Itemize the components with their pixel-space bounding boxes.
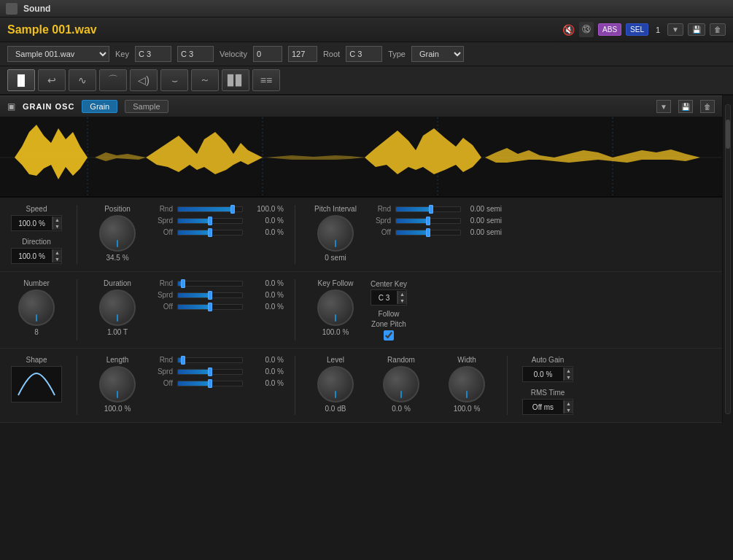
level-value: 0.0 dB (325, 405, 346, 413)
direction-up[interactable]: ▲ (53, 249, 61, 256)
key2-input[interactable] (177, 46, 214, 62)
position-sprd-value: 0.0 % (247, 217, 284, 225)
grain-tab[interactable]: Grain (82, 100, 117, 113)
toolbar-btn-1[interactable]: ▐▌ (7, 69, 35, 91)
key-label: Key (115, 50, 129, 58)
delete-button[interactable]: 🗑 (710, 23, 726, 36)
right-scrollbar[interactable] (722, 96, 733, 423)
sample-tab[interactable]: Sample (125, 100, 168, 113)
speed-down[interactable]: ▼ (53, 223, 61, 230)
title-bar-label: Sound (23, 4, 50, 14)
velocity1-input[interactable] (253, 46, 282, 62)
controls-row-2: Number 8 Duration 1.00 T (0, 272, 722, 349)
type-select[interactable]: Grain Sample (411, 46, 464, 62)
pitch-sliders: Rnd 0.00 semi Sprd (371, 205, 502, 236)
key1-input[interactable] (135, 46, 171, 62)
auto-gain-down[interactable]: ▼ (564, 374, 573, 381)
toolbar-btn-2[interactable]: ↩ (38, 69, 66, 91)
scrollbar-track[interactable] (725, 104, 731, 414)
follow-zone-pitch-checkbox[interactable] (384, 330, 394, 341)
save-button[interactable]: 💾 (688, 23, 705, 36)
scrollbar-thumb[interactable] (726, 120, 730, 149)
toolbar-btn-4[interactable]: ⌒ (99, 69, 127, 91)
dropdown-button[interactable]: ▼ (667, 23, 683, 36)
position-sprd-slider[interactable] (177, 218, 243, 224)
duration-value: 1.00 T (107, 328, 128, 336)
pitch-knob-group: Pitch Interval 0 semi (306, 205, 365, 262)
velocity2-input[interactable] (288, 46, 317, 62)
length-rnd-slider[interactable] (177, 357, 243, 363)
position-knob[interactable] (99, 215, 136, 252)
random-label: Random (387, 356, 415, 364)
center-key-up[interactable]: ▲ (397, 291, 406, 298)
toolbar-btn-8[interactable]: ▊▊ (222, 69, 249, 91)
toolbar-btn-9[interactable]: ≡≡ (252, 69, 280, 91)
toolbar-btn-6[interactable]: ⌣ (160, 69, 188, 91)
duration-knob[interactable] (99, 289, 136, 326)
root-input[interactable] (346, 46, 382, 62)
rms-time-up[interactable]: ▲ (564, 400, 573, 407)
pitch-off-slider[interactable] (395, 230, 461, 236)
rnd-label-1: Rnd (152, 205, 173, 213)
length-off-row: Off 0.0 % (152, 379, 284, 387)
number-group: Number 8 (7, 279, 66, 341)
length-value: 100.0 % (104, 405, 131, 413)
position-off-slider[interactable] (177, 230, 243, 236)
section-save[interactable]: 💾 (678, 100, 693, 113)
length-label: Length (106, 356, 129, 364)
toolbar-btn-7[interactable]: ～ (191, 69, 219, 91)
width-knob[interactable] (449, 366, 485, 402)
auto-gain-label: Auto Gain (532, 356, 564, 364)
auto-gain-value: 0.0 % (523, 370, 563, 378)
duration-rnd-slider[interactable] (177, 281, 243, 287)
toolbar-btn-5[interactable]: ◁) (130, 69, 158, 91)
length-off-slider[interactable] (177, 381, 243, 386)
rnd-label-3: Rnd (152, 279, 173, 287)
level-knob[interactable] (317, 366, 354, 402)
length-knob[interactable] (99, 366, 136, 402)
position-off-row: Off 0.0 % (152, 228, 284, 236)
width-group: Width 100.0 % (438, 356, 496, 415)
toolbar-btn-3[interactable]: ∿ (69, 69, 96, 91)
length-off-value: 0.0 % (247, 379, 284, 387)
length-sprd-slider[interactable] (177, 369, 243, 375)
follow-zone-pitch-group: Follow Zone Pitch (371, 310, 407, 341)
off-label-3: Off (152, 303, 173, 311)
center-key-down[interactable]: ▼ (397, 298, 406, 304)
random-knob[interactable] (383, 366, 419, 402)
pitch-value: 0 semi (325, 254, 346, 262)
number-knob[interactable] (18, 289, 55, 326)
duration-off-slider[interactable] (177, 304, 243, 310)
midi-icon[interactable]: ⑬ (579, 22, 594, 37)
direction-down[interactable]: ▼ (53, 256, 61, 262)
position-rnd-row: Rnd 100.0 % (152, 205, 284, 213)
position-value: 34.5 % (106, 254, 128, 262)
waveform-display[interactable] (0, 117, 722, 198)
duration-label: Duration (104, 279, 131, 287)
pitch-sprd-slider[interactable] (395, 218, 461, 224)
position-rnd-slider[interactable] (177, 206, 243, 212)
shape-display[interactable] (11, 366, 62, 402)
section-dropdown[interactable]: ▼ (656, 100, 671, 113)
duration-sprd-slider[interactable] (177, 292, 243, 298)
rms-time-down[interactable]: ▼ (564, 407, 573, 413)
section-delete[interactable]: 🗑 (700, 100, 715, 113)
rnd-label-4: Rnd (152, 356, 173, 364)
pitch-rnd-slider[interactable] (395, 206, 461, 212)
off-label-2: Off (371, 228, 391, 236)
direction-label: Direction (22, 238, 50, 246)
speed-value: 100.0 % (12, 219, 52, 228)
section-toggle[interactable]: ▣ (7, 101, 15, 112)
sample-select[interactable]: Sample 001.wav (7, 46, 109, 62)
duration-knob-group: Duration 1.00 T (88, 279, 147, 336)
pitch-knob[interactable] (317, 215, 354, 252)
speed-up[interactable]: ▲ (53, 217, 61, 223)
toolbar: ▐▌ ↩ ∿ ⌒ ◁) ⌣ ～ ▊▊ ≡≡ (0, 66, 733, 96)
rms-time-value: Off ms (523, 403, 563, 411)
abs-button[interactable]: ABS (598, 23, 621, 36)
mute-icon[interactable]: 🔇 (562, 24, 575, 36)
key-follow-knob[interactable] (317, 289, 354, 326)
sprd-label-3: Sprd (152, 291, 173, 299)
auto-gain-up[interactable]: ▲ (564, 368, 573, 374)
sel-button[interactable]: SEL (626, 23, 648, 36)
